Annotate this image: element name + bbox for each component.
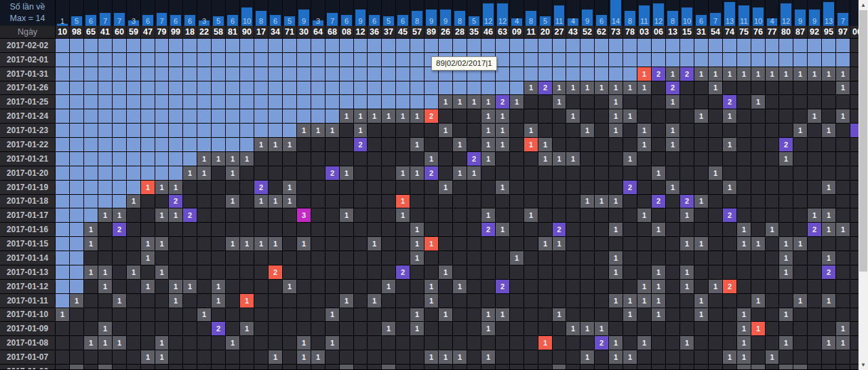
grid-cell[interactable]: 1: [496, 138, 510, 152]
grid-cell[interactable]: [609, 138, 623, 152]
grid-cell[interactable]: [467, 138, 481, 152]
grid-cell[interactable]: [680, 251, 694, 265]
number-header-cell[interactable]: 34: [269, 26, 283, 39]
grid-cell[interactable]: [84, 251, 98, 265]
grid-cell[interactable]: 1: [751, 95, 766, 109]
grid-cell[interactable]: [694, 336, 709, 350]
grid-cell[interactable]: [808, 95, 822, 109]
grid-cell[interactable]: 1: [354, 124, 368, 138]
number-header-cell[interactable]: 87: [793, 26, 808, 39]
grid-cell[interactable]: [169, 81, 183, 95]
grid-cell[interactable]: [354, 223, 368, 237]
grid-cell[interactable]: [737, 294, 751, 308]
grid-cell[interactable]: [396, 350, 410, 365]
grid-cell[interactable]: [793, 251, 808, 265]
grid-cell[interactable]: [326, 67, 340, 81]
grid-cell[interactable]: [169, 308, 183, 322]
number-header-cell[interactable]: 79: [155, 26, 169, 39]
grid-cell[interactable]: [254, 81, 269, 95]
grid-cell[interactable]: [623, 365, 637, 370]
grid-cell[interactable]: [553, 124, 566, 138]
grid-cell[interactable]: [467, 181, 481, 195]
grid-cell[interactable]: [283, 251, 297, 265]
grid-cell[interactable]: [354, 181, 368, 195]
grid-cell[interactable]: 1: [141, 280, 155, 294]
grid-cell[interactable]: [326, 138, 340, 152]
grid-cell[interactable]: 1: [368, 237, 382, 251]
grid-cell[interactable]: [766, 265, 779, 280]
grid-cell[interactable]: [56, 280, 70, 294]
grid-cell[interactable]: [652, 365, 666, 370]
grid-cell[interactable]: 2: [496, 95, 510, 109]
grid-cell[interactable]: [141, 223, 155, 237]
grid-cell[interactable]: [183, 81, 197, 95]
grid-cell[interactable]: [467, 350, 481, 365]
grid-cell[interactable]: [254, 265, 269, 280]
grid-cell[interactable]: 1: [680, 265, 694, 280]
grid-cell[interactable]: [269, 181, 283, 195]
grid-cell[interactable]: [481, 294, 496, 308]
grid-cell[interactable]: [766, 152, 779, 166]
grid-cell[interactable]: [254, 39, 269, 53]
grid-cell[interactable]: 1: [822, 124, 836, 138]
grid-cell[interactable]: [453, 251, 467, 265]
grid-cell[interactable]: 1: [808, 109, 822, 124]
grid-cell[interactable]: [368, 124, 382, 138]
grid-cell[interactable]: [538, 208, 553, 223]
grid-cell[interactable]: 1: [283, 195, 297, 208]
grid-cell[interactable]: [98, 223, 113, 237]
grid-cell[interactable]: [751, 39, 766, 53]
grid-cell[interactable]: [70, 81, 84, 95]
grid-cell[interactable]: [368, 81, 382, 95]
number-header-cell[interactable]: 95: [822, 26, 836, 39]
grid-cell[interactable]: [197, 124, 212, 138]
grid-cell[interactable]: [425, 251, 439, 265]
grid-cell[interactable]: 1: [396, 166, 410, 181]
grid-cell[interactable]: [553, 265, 566, 280]
grid-cell[interactable]: [212, 237, 226, 251]
grid-cell[interactable]: [623, 265, 637, 280]
grid-cell[interactable]: [652, 39, 666, 53]
grid-cell[interactable]: [326, 109, 340, 124]
grid-cell[interactable]: [766, 81, 779, 95]
grid-cell[interactable]: [836, 365, 850, 370]
grid-cell[interactable]: 2: [723, 95, 737, 109]
grid-cell[interactable]: 1: [566, 152, 580, 166]
grid-cell[interactable]: 1: [467, 166, 481, 181]
grid-cell[interactable]: [396, 138, 410, 152]
grid-cell[interactable]: [524, 322, 538, 336]
grid-cell[interactable]: [779, 95, 793, 109]
grid-cell[interactable]: [439, 237, 453, 251]
grid-cell[interactable]: [410, 67, 425, 81]
grid-cell[interactable]: [169, 336, 183, 350]
grid-cell[interactable]: 1: [340, 208, 354, 223]
grid-cell[interactable]: [297, 195, 311, 208]
grid-cell[interactable]: [297, 308, 311, 322]
grid-cell[interactable]: [240, 138, 254, 152]
grid-cell[interactable]: [453, 81, 467, 95]
grid-cell[interactable]: [652, 322, 666, 336]
grid-cell[interactable]: [183, 39, 197, 53]
grid-cell[interactable]: [666, 280, 680, 294]
grid-cell[interactable]: [269, 95, 283, 109]
grid-cell[interactable]: 2: [553, 223, 566, 237]
grid-cell[interactable]: [269, 308, 283, 322]
grid-cell[interactable]: 1: [723, 109, 737, 124]
grid-cell[interactable]: [737, 365, 751, 370]
grid-cell[interactable]: [269, 109, 283, 124]
grid-cell[interactable]: [240, 308, 254, 322]
grid-cell[interactable]: [183, 336, 197, 350]
number-header-cell[interactable]: 10: [56, 26, 70, 39]
number-header-cell[interactable]: 59: [127, 26, 141, 39]
grid-cell[interactable]: [709, 336, 723, 350]
grid-cell[interactable]: 1: [836, 67, 850, 81]
grid-cell[interactable]: [538, 280, 553, 294]
grid-cell[interactable]: 1: [609, 81, 623, 95]
grid-cell[interactable]: [70, 322, 84, 336]
grid-cell[interactable]: [368, 67, 382, 81]
grid-cell[interactable]: [113, 81, 127, 95]
grid-cell[interactable]: 1: [169, 181, 183, 195]
grid-cell[interactable]: 1: [212, 152, 226, 166]
grid-cell[interactable]: [595, 67, 609, 81]
grid-cell[interactable]: [425, 39, 439, 53]
